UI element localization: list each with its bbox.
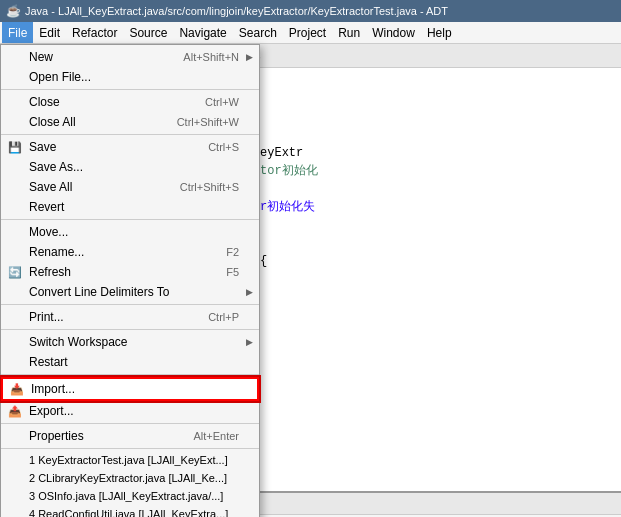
menu-revert-label: Revert (29, 200, 64, 214)
menu-recent-4[interactable]: 4 ReadConfigUtil.java [LJAll_KeyExtra...… (1, 505, 259, 517)
menu-new-shortcut: Alt+Shift+N (163, 51, 239, 63)
menu-recent-3[interactable]: 3 OSInfo.java [LJAll_KeyExtract.java/...… (1, 487, 259, 505)
menu-save-label: Save (29, 140, 56, 154)
menu-recent-4-label: 4 ReadConfigUtil.java [LJAll_KeyExtra...… (29, 508, 228, 517)
menu-source[interactable]: Source (123, 22, 173, 43)
menu-rename-label: Rename... (29, 245, 84, 259)
menu-save-as-label: Save As... (29, 160, 83, 174)
menu-close-all-shortcut: Ctrl+Shift+W (157, 116, 239, 128)
menu-refactor[interactable]: Refactor (66, 22, 123, 43)
title-bar: ☕ Java - LJAll_KeyExtract.java/src/com/l… (0, 0, 621, 22)
title-text: Java - LJAll_KeyExtract.java/src/com/lin… (25, 5, 448, 17)
menu-import[interactable]: 📥 Import... (1, 377, 259, 401)
menu-properties[interactable]: Properties Alt+Enter (1, 426, 259, 446)
menu-refresh-label: Refresh (29, 265, 71, 279)
menu-recent-1[interactable]: 1 KeyExtractorTest.java [LJAll_KeyExt...… (1, 451, 259, 469)
menu-close-label: Close (29, 95, 60, 109)
menu-project[interactable]: Project (283, 22, 332, 43)
separator-8 (1, 448, 259, 449)
separator-1 (1, 89, 259, 90)
menu-new-label: New (29, 50, 53, 64)
menu-switch-workspace-label: Switch Workspace (29, 335, 127, 349)
menu-convert-line[interactable]: Convert Line Delimiters To (1, 282, 259, 302)
refresh-icon: 🔄 (7, 266, 23, 279)
menu-close-all[interactable]: Close All Ctrl+Shift+W (1, 112, 259, 132)
menu-save-as[interactable]: Save As... (1, 157, 259, 177)
menu-recent-2[interactable]: 2 CLibraryKeyExtractor.java [LJAll_Ke...… (1, 469, 259, 487)
menu-navigate[interactable]: Navigate (173, 22, 232, 43)
menu-import-label: Import... (31, 382, 75, 396)
menu-close-all-label: Close All (29, 115, 76, 129)
file-menu-dropdown: New Alt+Shift+N Open File... Close Ctrl+… (0, 44, 260, 517)
menu-switch-workspace[interactable]: Switch Workspace (1, 332, 259, 352)
menu-new[interactable]: New Alt+Shift+N (1, 47, 259, 67)
menu-open-file[interactable]: Open File... (1, 67, 259, 87)
file-menu: New Alt+Shift+N Open File... Close Ctrl+… (0, 44, 260, 517)
menu-export-label: Export... (29, 404, 74, 418)
menu-rename-shortcut: F2 (206, 246, 239, 258)
save-icon: 💾 (7, 141, 23, 154)
menu-convert-label: Convert Line Delimiters To (29, 285, 170, 299)
import-icon: 📥 (9, 383, 25, 396)
menu-edit[interactable]: Edit (33, 22, 66, 43)
menu-save-all-shortcut: Ctrl+Shift+S (160, 181, 239, 193)
menu-move-label: Move... (29, 225, 68, 239)
menu-close[interactable]: Close Ctrl+W (1, 92, 259, 112)
separator-7 (1, 423, 259, 424)
export-icon: 📤 (7, 405, 23, 418)
menu-close-shortcut: Ctrl+W (185, 96, 239, 108)
separator-4 (1, 304, 259, 305)
menu-refresh-shortcut: F5 (206, 266, 239, 278)
separator-6 (1, 374, 259, 375)
menu-file[interactable]: File (2, 22, 33, 43)
menu-save[interactable]: 💾 Save Ctrl+S (1, 137, 259, 157)
menu-print-label: Print... (29, 310, 64, 324)
menu-save-all-label: Save All (29, 180, 72, 194)
menu-properties-shortcut: Alt+Enter (173, 430, 239, 442)
menu-bar: File Edit Refactor Source Navigate Searc… (0, 22, 621, 44)
menu-refresh[interactable]: 🔄 Refresh F5 (1, 262, 259, 282)
menu-search[interactable]: Search (233, 22, 283, 43)
separator-2 (1, 134, 259, 135)
menu-properties-label: Properties (29, 429, 84, 443)
menu-restart-label: Restart (29, 355, 68, 369)
menu-revert[interactable]: Revert (1, 197, 259, 217)
menu-save-all[interactable]: Save All Ctrl+Shift+S (1, 177, 259, 197)
menu-save-shortcut: Ctrl+S (188, 141, 239, 153)
menu-help[interactable]: Help (421, 22, 458, 43)
menu-open-file-label: Open File... (29, 70, 91, 84)
menu-recent-1-label: 1 KeyExtractorTest.java [LJAll_KeyExt...… (29, 454, 228, 466)
menu-rename[interactable]: Rename... F2 (1, 242, 259, 262)
menu-move[interactable]: Move... (1, 222, 259, 242)
menu-run[interactable]: Run (332, 22, 366, 43)
menu-restart[interactable]: Restart (1, 352, 259, 372)
menu-recent-2-label: 2 CLibraryKeyExtractor.java [LJAll_Ke...… (29, 472, 227, 484)
menu-recent-3-label: 3 OSInfo.java [LJAll_KeyExtract.java/...… (29, 490, 223, 502)
menu-print[interactable]: Print... Ctrl+P (1, 307, 259, 327)
separator-3 (1, 219, 259, 220)
separator-5 (1, 329, 259, 330)
menu-window[interactable]: Window (366, 22, 421, 43)
app-icon: ☕ (6, 4, 21, 18)
menu-export[interactable]: 📤 Export... (1, 401, 259, 421)
menu-print-shortcut: Ctrl+P (188, 311, 239, 323)
